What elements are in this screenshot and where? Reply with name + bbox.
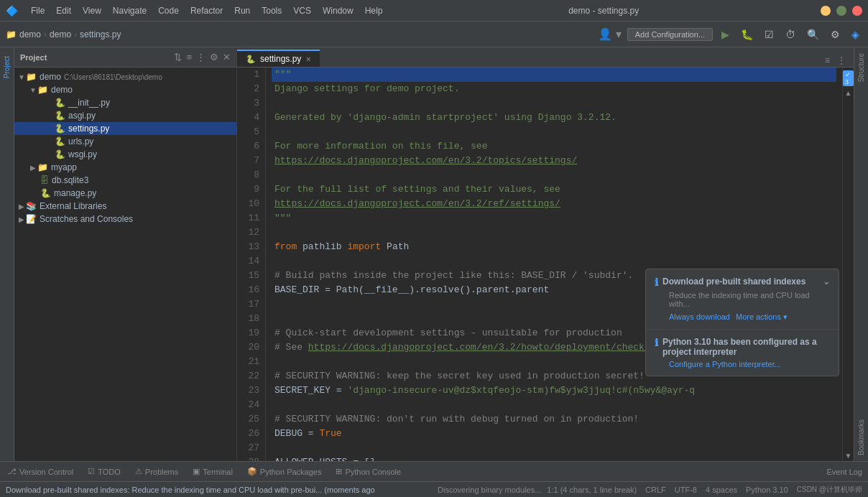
- arrow-demo-sub: ▼: [29, 86, 37, 94]
- notif-2-title-text: Python 3.10 has been configured as a pro…: [662, 337, 830, 357]
- tree-item-asgi[interactable]: 🐍 asgi.py: [14, 109, 236, 122]
- menu-navigate[interactable]: Navigate: [108, 4, 151, 17]
- activity-right: Discovering binary modules...: [438, 486, 541, 494]
- tab-settings[interactable]: 🐍 settings.py ✕: [237, 50, 320, 67]
- code-line-4: Generated by 'django-admin startproject'…: [272, 111, 836, 125]
- search-icon[interactable]: 🔍: [804, 27, 822, 42]
- tree-item-manage[interactable]: 🐍 manage.py: [14, 187, 236, 200]
- code-line-5: [272, 125, 836, 139]
- run-icon[interactable]: ▶: [719, 27, 732, 42]
- tree-item-init[interactable]: 🐍 __init__.py: [14, 96, 236, 109]
- tab-version-control[interactable]: ⎇ Version Control: [0, 464, 80, 479]
- settings-panel-icon[interactable]: ⚙: [210, 52, 218, 62]
- notification-popup: ℹ Download pre-built shared indexes ⌄ Re…: [645, 269, 839, 376]
- notif-1-action2[interactable]: More actions ▾: [736, 312, 788, 322]
- gutter-check-badge[interactable]: ✓ 3: [843, 70, 854, 86]
- tree-item-external[interactable]: ▶ 📚 External Libraries: [14, 200, 236, 213]
- notif-1-expand-icon[interactable]: ⌄: [823, 277, 830, 287]
- code-line-13: from pathlib import Path: [272, 240, 836, 254]
- sidebar-tab-project[interactable]: Project: [1, 50, 13, 84]
- toolbar-right: 👤 ▾ Add Configuration... ▶ 🐛 ☑ ⏱ 🔍 ⚙ ◈: [598, 27, 862, 42]
- label-urls: urls.py: [68, 136, 93, 147]
- editor-area: 🐍 settings.py ✕ ≡ ⋮ 12345 678910 1112131…: [237, 47, 854, 461]
- menu-run[interactable]: Run: [230, 4, 254, 17]
- py-icon-settings: 🐍: [55, 124, 65, 134]
- notif-2-info-icon: ℹ: [655, 337, 658, 348]
- breadcrumb-file[interactable]: settings.py: [80, 29, 121, 40]
- tree-item-settings[interactable]: 🐍 settings.py: [14, 122, 236, 135]
- notif-2-action1[interactable]: Configure a Python interpreter...: [669, 360, 781, 368]
- breadcrumb-root[interactable]: demo: [19, 29, 41, 40]
- tab-python-console[interactable]: ⊞ Python Console: [328, 464, 408, 479]
- tree-item-scratches[interactable]: ▶ 📝 Scratches and Consoles: [14, 213, 236, 226]
- notif-2-title: ℹ Python 3.10 has been configured as a p…: [655, 337, 830, 357]
- tree-item-demo-root[interactable]: ▼ 📁 demo C:\Users\86181\Desktop\demo: [14, 70, 236, 83]
- gutter-scroll-up[interactable]: ▲: [844, 88, 854, 98]
- tab-label: settings.py: [260, 54, 301, 64]
- settings-icon[interactable]: ⚙: [828, 27, 843, 42]
- main-layout: Project Project ⇅ ≡ ⋮ ⚙ ✕ ▼ 📁 demo C:\Us…: [0, 47, 868, 461]
- tab-problems[interactable]: ⚠ Problems: [128, 464, 185, 479]
- menu-vcs[interactable]: VCS: [289, 4, 315, 17]
- breadcrumb-sub[interactable]: demo: [50, 29, 71, 40]
- arrow-scratches: ▶: [17, 215, 26, 223]
- coverage-icon[interactable]: ☑: [762, 27, 777, 42]
- right-gutter: ✓ 3 ▲ ▼: [842, 68, 854, 461]
- python-version[interactable]: Python 3.10: [746, 486, 788, 494]
- sync-icon[interactable]: ⇅: [174, 52, 182, 62]
- notif-1-action1[interactable]: Always download: [669, 312, 730, 322]
- menu-file[interactable]: File: [27, 4, 49, 17]
- collapse-icon[interactable]: ≡: [186, 52, 192, 62]
- gutter-scroll-down[interactable]: ▼: [844, 450, 854, 461]
- menu-window[interactable]: Window: [318, 4, 358, 17]
- tab-todo[interactable]: ☑ TODO: [80, 464, 128, 479]
- menu-help[interactable]: Help: [361, 4, 387, 17]
- close-button[interactable]: [852, 6, 862, 16]
- structure-sidebar: Structure Bookmarks: [854, 47, 868, 461]
- tab-bar-icon1[interactable]: ≡: [823, 54, 832, 67]
- menu-refactor[interactable]: Refactor: [186, 4, 227, 17]
- line-ending[interactable]: CRLF: [645, 486, 666, 494]
- structure-tab[interactable]: Structure: [855, 47, 867, 88]
- toolbar: 📁 demo › demo › settings.py 👤 ▾ Add Conf…: [0, 22, 868, 47]
- arrow-myapp: ▶: [29, 164, 37, 172]
- position-info[interactable]: 1:1 (4 chars, 1 line break): [547, 486, 637, 494]
- avatar-icon[interactable]: 👤 ▾: [598, 27, 621, 41]
- menu-code[interactable]: Code: [154, 4, 183, 17]
- path-demo-root: C:\Users\86181\Desktop\demo: [64, 73, 162, 81]
- event-log-button[interactable]: Event Log: [821, 465, 868, 479]
- file-tree: ▼ 📁 demo C:\Users\86181\Desktop\demo ▼ 📁…: [14, 68, 236, 461]
- indent-info[interactable]: 4 spaces: [706, 486, 737, 494]
- tree-item-wsgi[interactable]: 🐍 wsgi.py: [14, 148, 236, 161]
- maximize-button[interactable]: [836, 6, 846, 16]
- tab-terminal[interactable]: ▣ Terminal: [185, 464, 240, 479]
- debug-icon[interactable]: 🐛: [738, 27, 756, 42]
- tree-item-db[interactable]: 🗄 db.sqlite3: [14, 174, 236, 187]
- bookmarks-tab[interactable]: Bookmarks: [855, 414, 867, 461]
- label-external: External Libraries: [40, 201, 106, 211]
- sort-icon[interactable]: ⋮: [196, 52, 206, 62]
- menu-edit[interactable]: Edit: [52, 4, 75, 17]
- jetbrains-icon[interactable]: ◈: [849, 27, 862, 42]
- notif-1-actions: Always download More actions ▾: [655, 312, 830, 322]
- terminal-label: Terminal: [203, 468, 233, 476]
- tab-close-icon[interactable]: ✕: [305, 55, 311, 63]
- todo-icon: ☑: [88, 467, 95, 476]
- profile-icon[interactable]: ⏱: [782, 27, 798, 42]
- window-controls: [821, 6, 862, 16]
- tree-item-demo-sub[interactable]: ▼ 📁 demo: [14, 83, 236, 96]
- add-configuration-button[interactable]: Add Configuration...: [627, 28, 713, 41]
- close-panel-icon[interactable]: ✕: [223, 52, 231, 62]
- editor-tabs: 🐍 settings.py ✕ ≡ ⋮: [237, 47, 854, 68]
- minimize-button[interactable]: [821, 6, 831, 16]
- tree-item-myapp[interactable]: ▶ 📁 myapp: [14, 161, 236, 174]
- code-area[interactable]: """ Django settings for demo project. Ge…: [266, 68, 842, 461]
- notif-2-actions: Configure a Python interpreter...: [655, 360, 830, 368]
- tab-python-packages[interactable]: 📦 Python Packages: [240, 464, 329, 479]
- encoding[interactable]: UTF-8: [675, 486, 697, 494]
- tab-bar-icon2[interactable]: ⋮: [835, 54, 848, 67]
- menu-tools[interactable]: Tools: [257, 4, 286, 17]
- py-icon-wsgi: 🐍: [55, 149, 65, 159]
- tree-item-urls[interactable]: 🐍 urls.py: [14, 135, 236, 148]
- menu-view[interactable]: View: [78, 4, 106, 17]
